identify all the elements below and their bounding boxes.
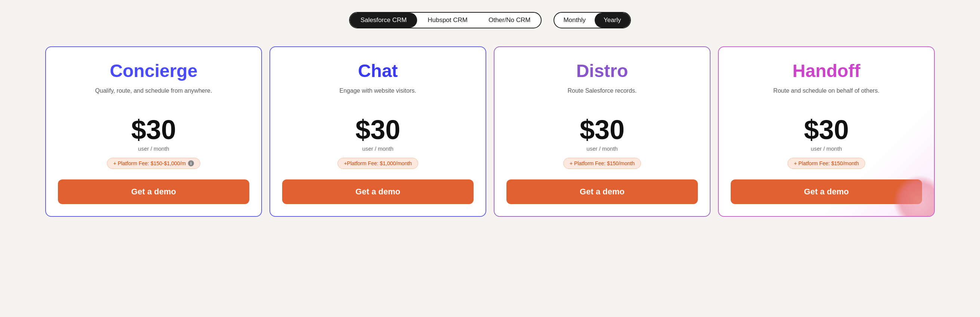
cta-button-distro[interactable]: Get a demo — [506, 180, 698, 204]
top-controls: Salesforce CRM Hubspot CRM Other/No CRM … — [349, 12, 630, 29]
platform-fee-text-chat: +Platform Fee: $1,000/month — [344, 160, 412, 166]
crm-option-salesforce[interactable]: Salesforce CRM — [350, 13, 417, 28]
card-title-handoff: Handoff — [792, 61, 860, 81]
platform-fee-handoff: + Platform Fee: $150/month — [788, 158, 865, 169]
card-price-chat: $30 — [355, 116, 400, 143]
platform-fee-distro: + Platform Fee: $150/month — [563, 158, 641, 169]
cta-button-concierge[interactable]: Get a demo — [58, 180, 249, 204]
billing-option-monthly[interactable]: Monthly — [554, 13, 595, 28]
pricing-card-distro: Distro Route Salesforce records. $30 use… — [494, 46, 711, 217]
card-price-concierge: $30 — [131, 116, 176, 143]
info-icon-concierge[interactable]: i — [188, 160, 194, 166]
card-price-distro: $30 — [580, 116, 625, 143]
card-price-unit-chat: user / month — [362, 145, 393, 152]
billing-option-yearly[interactable]: Yearly — [595, 13, 630, 28]
crm-option-hubspot[interactable]: Hubspot CRM — [417, 13, 478, 28]
card-price-unit-handoff: user / month — [811, 145, 842, 152]
platform-fee-chat: +Platform Fee: $1,000/month — [337, 158, 418, 169]
card-price-handoff: $30 — [804, 116, 849, 143]
crm-option-other[interactable]: Other/No CRM — [478, 13, 541, 28]
card-description-handoff: Route and schedule on behalf of others. — [773, 86, 880, 106]
cta-button-chat[interactable]: Get a demo — [282, 180, 474, 204]
pricing-card-chat: Chat Engage with website visitors. $30 u… — [269, 46, 486, 217]
platform-fee-text-distro: + Platform Fee: $150/month — [570, 160, 635, 166]
pricing-card-concierge: Concierge Qualify, route, and schedule f… — [45, 46, 262, 217]
pricing-card-handoff: Handoff Route and schedule on behalf of … — [718, 46, 935, 217]
card-title-concierge: Concierge — [110, 61, 198, 81]
platform-fee-text-handoff: + Platform Fee: $150/month — [794, 160, 859, 166]
card-title-distro: Distro — [576, 61, 628, 81]
card-description-distro: Route Salesforce records. — [568, 86, 637, 106]
card-price-unit-distro: user / month — [586, 145, 617, 152]
platform-fee-text-concierge: + Platform Fee: $150-$1,000/m — [113, 160, 186, 166]
card-description-chat: Engage with website visitors. — [339, 86, 416, 106]
crm-toggle: Salesforce CRM Hubspot CRM Other/No CRM — [349, 12, 542, 29]
billing-toggle: Monthly Yearly — [554, 12, 630, 29]
card-title-chat: Chat — [358, 61, 398, 81]
pricing-cards-container: Concierge Qualify, route, and schedule f… — [41, 46, 939, 217]
cta-button-handoff[interactable]: Get a demo — [731, 180, 922, 204]
card-price-unit-concierge: user / month — [138, 145, 169, 152]
platform-fee-concierge: + Platform Fee: $150-$1,000/m i — [107, 158, 200, 169]
card-description-concierge: Qualify, route, and schedule from anywhe… — [95, 86, 212, 106]
